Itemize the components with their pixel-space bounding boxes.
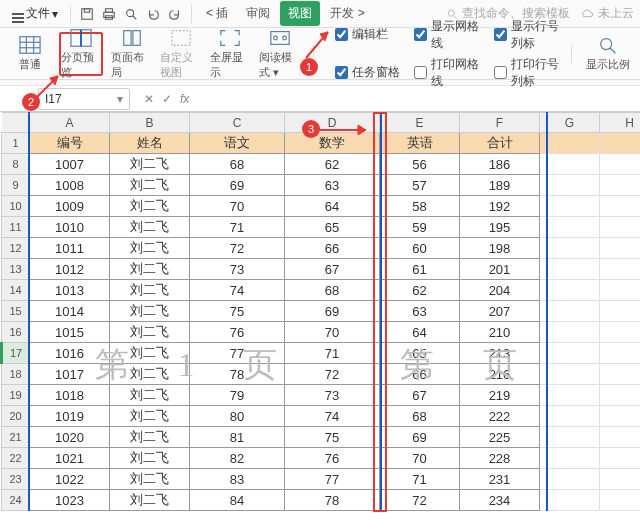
data-cell[interactable]: 77 (285, 469, 380, 490)
data-cell[interactable]: 195 (460, 217, 540, 238)
data-cell[interactable]: 刘二飞 (110, 259, 190, 280)
data-cell[interactable]: 77 (190, 343, 285, 364)
view-pagelayout-button[interactable]: 页面布局 (111, 32, 152, 76)
data-cell[interactable]: 72 (190, 238, 285, 259)
check-gridlines[interactable]: 显示网格线 (414, 18, 479, 52)
empty-cell[interactable] (540, 490, 600, 511)
row-header[interactable]: 18 (2, 364, 30, 385)
data-cell[interactable]: 1018 (30, 385, 110, 406)
data-cell[interactable]: 76 (190, 322, 285, 343)
data-cell[interactable]: 75 (285, 427, 380, 448)
preview-icon[interactable] (121, 4, 141, 24)
col-header[interactable]: G (540, 113, 600, 133)
row-header[interactable]: 8 (2, 154, 30, 175)
col-header[interactable]: F (460, 113, 540, 133)
tab-view[interactable]: 视图 (280, 1, 320, 26)
data-cell[interactable]: 62 (285, 154, 380, 175)
empty-cell[interactable] (540, 196, 600, 217)
empty-cell[interactable] (540, 322, 600, 343)
data-cell[interactable]: 198 (460, 238, 540, 259)
data-cell[interactable]: 71 (380, 469, 460, 490)
data-cell[interactable]: 71 (285, 343, 380, 364)
data-cell[interactable]: 69 (380, 427, 460, 448)
data-cell[interactable]: 231 (460, 469, 540, 490)
empty-cell[interactable] (540, 427, 600, 448)
data-cell[interactable]: 61 (380, 259, 460, 280)
data-cell[interactable]: 63 (285, 175, 380, 196)
row-header[interactable]: 1 (2, 133, 30, 154)
data-cell[interactable]: 80 (190, 406, 285, 427)
tab-insert[interactable]: < 插 (198, 1, 236, 26)
data-cell[interactable]: 63 (380, 301, 460, 322)
data-cell[interactable]: 78 (190, 364, 285, 385)
check-headers[interactable]: 显示行号列标 (494, 18, 559, 52)
zoom-button[interactable]: 显示比例 (584, 32, 632, 76)
row-header[interactable]: 15 (2, 301, 30, 322)
redo-icon[interactable] (165, 4, 185, 24)
view-normal-button[interactable]: 普通 (8, 32, 51, 76)
data-cell[interactable]: 合计 (460, 133, 540, 154)
data-cell[interactable]: 201 (460, 259, 540, 280)
empty-cell[interactable] (600, 133, 641, 154)
data-cell[interactable]: 69 (190, 175, 285, 196)
data-cell[interactable]: 1013 (30, 280, 110, 301)
print-icon[interactable] (99, 4, 119, 24)
data-cell[interactable]: 1022 (30, 469, 110, 490)
empty-cell[interactable] (600, 259, 641, 280)
col-header[interactable]: C (190, 113, 285, 133)
data-cell[interactable]: 73 (190, 259, 285, 280)
data-cell[interactable]: 刘二飞 (110, 322, 190, 343)
empty-cell[interactable] (540, 406, 600, 427)
row-header[interactable]: 24 (2, 490, 30, 511)
empty-cell[interactable] (540, 280, 600, 301)
empty-cell[interactable] (600, 469, 641, 490)
row-header[interactable]: 12 (2, 238, 30, 259)
empty-cell[interactable] (600, 175, 641, 196)
data-cell[interactable]: 1011 (30, 238, 110, 259)
data-cell[interactable]: 69 (285, 301, 380, 322)
data-cell[interactable]: 74 (190, 280, 285, 301)
data-cell[interactable]: 66 (380, 364, 460, 385)
empty-cell[interactable] (540, 343, 600, 364)
col-header[interactable]: E (380, 113, 460, 133)
data-cell[interactable]: 222 (460, 406, 540, 427)
empty-cell[interactable] (540, 448, 600, 469)
data-cell[interactable]: 228 (460, 448, 540, 469)
data-cell[interactable]: 刘二飞 (110, 196, 190, 217)
data-cell[interactable]: 213 (460, 343, 540, 364)
data-cell[interactable]: 1015 (30, 322, 110, 343)
empty-cell[interactable] (600, 343, 641, 364)
data-cell[interactable]: 刘二飞 (110, 217, 190, 238)
data-cell[interactable]: 186 (460, 154, 540, 175)
data-cell[interactable]: 192 (460, 196, 540, 217)
data-cell[interactable]: 64 (285, 196, 380, 217)
data-cell[interactable]: 68 (380, 406, 460, 427)
row-header[interactable]: 16 (2, 322, 30, 343)
data-cell[interactable]: 刘二飞 (110, 364, 190, 385)
row-header[interactable]: 11 (2, 217, 30, 238)
empty-cell[interactable] (600, 364, 641, 385)
empty-cell[interactable] (540, 385, 600, 406)
data-cell[interactable]: 81 (190, 427, 285, 448)
data-cell[interactable]: 语文 (190, 133, 285, 154)
empty-cell[interactable] (600, 196, 641, 217)
empty-cell[interactable] (600, 448, 641, 469)
data-cell[interactable]: 74 (285, 406, 380, 427)
data-cell[interactable]: 68 (190, 154, 285, 175)
data-cell[interactable]: 65 (380, 343, 460, 364)
empty-cell[interactable] (600, 385, 641, 406)
check-editbar[interactable]: 编辑栏 (335, 18, 400, 52)
empty-cell[interactable] (600, 427, 641, 448)
accept-icon[interactable]: ✓ (162, 92, 172, 106)
data-cell[interactable]: 刘二飞 (110, 154, 190, 175)
undo-icon[interactable] (143, 4, 163, 24)
data-cell[interactable]: 72 (285, 364, 380, 385)
data-cell[interactable]: 71 (190, 217, 285, 238)
data-cell[interactable]: 1009 (30, 196, 110, 217)
file-menu[interactable]: 文件 ▾ (6, 3, 64, 24)
row-header[interactable]: 9 (2, 175, 30, 196)
view-readmode-button[interactable]: 阅读模式 ▾ (259, 32, 300, 76)
empty-cell[interactable] (600, 490, 641, 511)
data-cell[interactable]: 刘二飞 (110, 238, 190, 259)
empty-cell[interactable] (600, 406, 641, 427)
